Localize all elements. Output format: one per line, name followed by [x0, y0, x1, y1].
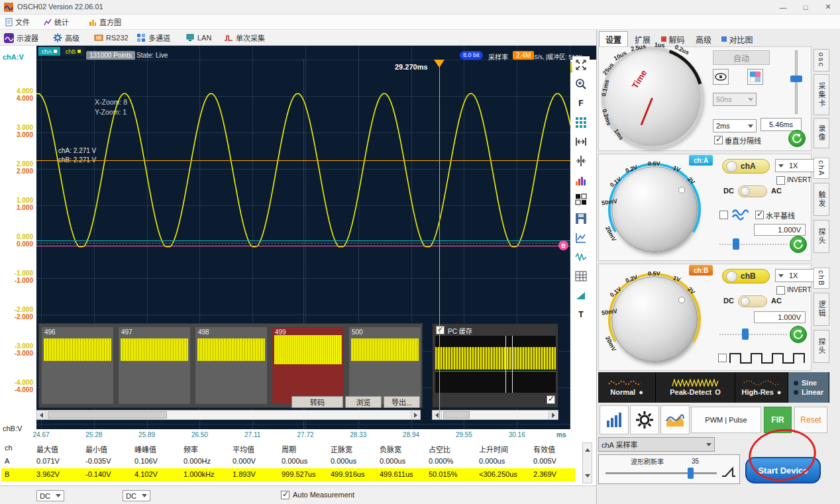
- transcode-button[interactable]: 转码: [291, 396, 343, 408]
- mode-peak-detect-button[interactable]: Peak-DetectO: [656, 372, 735, 403]
- side-tab-chA[interactable]: chA: [814, 158, 829, 179]
- chA-wave-style-checkbox[interactable]: [719, 211, 728, 219]
- side-tab-capture-card[interactable]: 采集卡: [814, 74, 829, 115]
- histogram-colors-icon[interactable]: [572, 172, 590, 189]
- menu-file[interactable]: 文件: [5, 16, 30, 28]
- minimize-button[interactable]: —: [772, 0, 794, 14]
- fft-icon[interactable]: F: [572, 95, 590, 112]
- display-color-button[interactable]: [747, 69, 763, 85]
- table-icon[interactable]: [572, 268, 590, 285]
- fir-button[interactable]: FIR: [764, 407, 792, 433]
- chB-channel-tab[interactable]: chB: [62, 47, 84, 56]
- scroll-right-arrow[interactable]: [549, 411, 558, 419]
- table-scrollbar[interactable]: [582, 442, 592, 483]
- side-tab-record[interactable]: 录像: [814, 118, 829, 148]
- maximize-button[interactable]: □: [795, 0, 816, 14]
- advanced-button[interactable]: 高级: [53, 31, 79, 44]
- ramp-icon[interactable]: [572, 287, 590, 304]
- menu-statistics[interactable]: 统计: [44, 16, 69, 28]
- waveform-tool-button[interactable]: [660, 405, 690, 434]
- rs232-button[interactable]: RS232: [94, 31, 129, 44]
- trigger-level-line[interactable]: [36, 243, 570, 244]
- waveform-icon[interactable]: [572, 248, 590, 266]
- chB-digital-checkbox[interactable]: [718, 354, 727, 362]
- pc-cache-marker-right[interactable]: [512, 336, 513, 393]
- horizontal-cursor-line[interactable]: [36, 160, 570, 161]
- fit-screen-icon[interactable]: [572, 56, 590, 74]
- capture-frame-500[interactable]: 500: [349, 327, 421, 404]
- save-icon[interactable]: [572, 210, 590, 227]
- auto-timebase-button[interactable]: 自动: [713, 50, 770, 65]
- tab-settings[interactable]: 设置: [599, 31, 628, 46]
- vertical-cursors-icon[interactable]: [572, 152, 590, 170]
- capture-frame-497[interactable]: 497: [119, 327, 190, 404]
- chA-offset-slider-track[interactable]: [719, 244, 787, 245]
- side-tab-trigger[interactable]: 触发: [814, 183, 829, 216]
- lan-button[interactable]: LAN: [185, 31, 211, 44]
- scroll-down-arrow[interactable]: [585, 474, 590, 480]
- oscilloscope-button[interactable]: 示波器: [4, 31, 38, 44]
- chA-coupling-toggle[interactable]: [738, 185, 767, 197]
- tab-compare[interactable]: 对比图: [718, 32, 757, 46]
- side-tab-probe-a[interactable]: 探头: [814, 220, 829, 253]
- chA-volts-field[interactable]: 1.000V: [754, 224, 806, 236]
- capture-frame-499[interactable]: 499: [272, 327, 344, 404]
- chB-enable-toggle[interactable]: chB: [722, 269, 770, 283]
- visibility-button[interactable]: [713, 69, 729, 85]
- scroll-left-arrow[interactable]: [37, 411, 46, 419]
- mode-high-res-button[interactable]: High-Res●: [735, 372, 788, 403]
- chA-enable-toggle[interactable]: chA: [722, 159, 770, 174]
- side-tab-osc[interactable]: osc: [814, 49, 829, 72]
- time-span-field[interactable]: 5.46ms: [761, 118, 802, 131]
- start-device-button[interactable]: Start Device: [745, 457, 821, 483]
- pc-cache-checkbox[interactable]: [436, 326, 445, 334]
- time-cursor-flag-icon[interactable]: [434, 60, 445, 68]
- multichannel-button[interactable]: 多通道: [136, 31, 170, 44]
- browse-button[interactable]: 浏览: [345, 396, 382, 408]
- b-cursor-line[interactable]: [36, 246, 570, 246]
- histogram-tool-button[interactable]: [600, 405, 629, 434]
- pc-cache-corner-checkbox[interactable]: [547, 395, 555, 404]
- chart-export-icon[interactable]: [572, 229, 590, 246]
- horizontal-cursors-icon[interactable]: [572, 133, 590, 150]
- chA-channel-tab[interactable]: chA: [38, 47, 60, 56]
- zoom-icon[interactable]: [572, 76, 590, 93]
- capture-frame-496[interactable]: 496: [42, 327, 113, 404]
- mode-normal-button[interactable]: Normal●: [598, 372, 656, 403]
- interp-sine-option[interactable]: Sine: [794, 379, 817, 387]
- chB-reset-button[interactable]: [790, 326, 807, 343]
- refresh-rate-slider-track[interactable]: [605, 472, 717, 474]
- fast-timebase-select[interactable]: 50ns: [713, 93, 757, 106]
- chB-volts-field[interactable]: 1.000V: [754, 311, 806, 323]
- chA-coupling-select[interactable]: DC: [36, 490, 64, 501]
- pc-cache-scrollbar[interactable]: [432, 410, 558, 420]
- auto-measurement-checkbox[interactable]: [281, 491, 289, 499]
- scrollbar-thumb[interactable]: [443, 411, 470, 419]
- side-tab-chB[interactable]: chB: [814, 268, 829, 289]
- scroll-right-arrow[interactable]: [411, 411, 420, 419]
- chA-baseline-checkbox[interactable]: [755, 211, 764, 219]
- chA-offset-slider-handle[interactable]: [733, 238, 739, 250]
- vertical-divider-checkbox[interactable]: [714, 136, 723, 144]
- chA-invert-checkbox[interactable]: [776, 176, 785, 185]
- trigger-icon[interactable]: T: [572, 306, 590, 323]
- chA-sample-rate-select[interactable]: chA 采样率: [598, 437, 715, 452]
- single-capture-button[interactable]: 单次采集: [224, 31, 265, 44]
- pc-cache-marker-left[interactable]: [505, 336, 506, 393]
- scroll-left-arrow[interactable]: [433, 411, 442, 419]
- close-button[interactable]: ✕: [817, 0, 839, 14]
- interp-linear-option[interactable]: Linear: [794, 388, 823, 396]
- b-marker[interactable]: B: [558, 240, 568, 250]
- side-tab-probe-b[interactable]: 探头: [814, 330, 829, 363]
- time-offset-slider-handle[interactable]: [790, 76, 802, 82]
- vertical-time-cursor[interactable]: [439, 61, 440, 419]
- reset-button[interactable]: Reset: [794, 407, 827, 433]
- pc-cache-waveform[interactable]: [435, 336, 556, 393]
- scroll-up-arrow[interactable]: [585, 446, 590, 452]
- grid-icon[interactable]: [572, 114, 590, 131]
- xy-mode-icon[interactable]: [572, 191, 590, 208]
- chB-offset-slider-track[interactable]: [719, 334, 787, 335]
- capture-frame-498[interactable]: 498: [195, 327, 267, 404]
- chB-invert-checkbox[interactable]: [776, 286, 785, 295]
- settings-tool-button[interactable]: [630, 405, 659, 434]
